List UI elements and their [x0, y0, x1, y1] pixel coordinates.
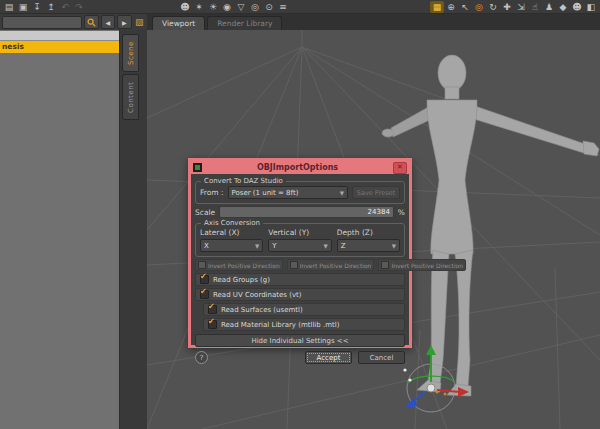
- from-label: From :: [200, 188, 224, 197]
- convert-group: Convert To DAZ Studio From : Poser (1 un…: [195, 181, 405, 204]
- checkbox-checked-icon[interactable]: ✔: [208, 320, 217, 329]
- axis-group-label: Axis Conversion: [201, 219, 263, 227]
- obj-import-options-dialog: OBJImportOptions ✕ Convert To DAZ Studio…: [188, 158, 412, 348]
- depth-label: Depth (Z): [337, 228, 400, 237]
- dialog-icon: [193, 163, 202, 172]
- export-file-icon[interactable]: ↥: [44, 1, 58, 13]
- figure-neck: [445, 87, 459, 99]
- viewport-tabbar: Viewport Render Library: [147, 14, 600, 30]
- daz-studio-window: ▤ ▣ ↧ ↥ ↶ ↷ ☻ ✶ ☀ ◉ ▽ ◎ ⊙ ≡ ▦ ⊕ ↖ ◎ ↻ ✚ …: [0, 0, 600, 429]
- vertical-value: Y: [272, 242, 276, 250]
- invert-lateral-checkbox: Invert Positive Direction: [195, 259, 283, 271]
- camera-icon[interactable]: ◎: [248, 1, 262, 13]
- rotate-tool-icon[interactable]: ↻: [486, 1, 500, 13]
- dialog-titlebar[interactable]: OBJImportOptions ✕: [191, 161, 409, 174]
- invert-depth-checkbox: Invert Positive Direction: [378, 259, 466, 271]
- spotlight-icon[interactable]: ▽: [234, 1, 248, 13]
- checkbox-icon: [290, 261, 298, 269]
- gizmo-center[interactable]: [427, 384, 435, 392]
- active-viewport-tool-icon[interactable]: ▦: [430, 1, 444, 13]
- checkbox-checked-icon[interactable]: ✔: [200, 275, 209, 284]
- help-button[interactable]: ?: [195, 351, 208, 364]
- sidebar-tab-rail: Scene Content: [119, 30, 148, 429]
- scale-unit: %: [398, 208, 405, 217]
- read-uv-label: Read UV Coordinates (vt): [213, 291, 302, 299]
- animate-icon[interactable]: ✶: [192, 1, 206, 13]
- axis-conversion-group: Axis Conversion Lateral (X) Vertical (Y)…: [195, 223, 405, 257]
- lateral-label: Lateral (X): [200, 228, 263, 237]
- sidebar-tab-content[interactable]: Content: [122, 74, 139, 120]
- checkbox-checked-icon[interactable]: ✔: [200, 290, 209, 299]
- depth-dropdown[interactable]: Z ▼: [337, 239, 400, 252]
- close-icon[interactable]: ✕: [393, 162, 407, 174]
- chevron-down-icon: ▼: [255, 243, 259, 249]
- distant-light-icon[interactable]: ☀: [206, 1, 220, 13]
- read-uv-checkbox[interactable]: ✔ Read UV Coordinates (vt): [195, 288, 405, 301]
- point-light-icon[interactable]: ◉: [220, 1, 234, 13]
- scene-item-selected[interactable]: nesis: [0, 41, 119, 53]
- nav-back-button[interactable]: ◀: [101, 15, 115, 29]
- invert-vertical-checkbox: Invert Positive Direction: [287, 259, 375, 271]
- dialog-title: OBJImportOptions: [204, 163, 391, 172]
- scale-row: Scale 24384 %: [195, 206, 405, 218]
- figure-left-hand: [382, 129, 394, 137]
- vertical-label: Vertical (Y): [268, 228, 331, 237]
- save-file-icon[interactable]: ▣: [16, 1, 30, 13]
- scale-label: Scale: [195, 208, 215, 217]
- invert-label: Invert Positive Direction: [208, 262, 280, 269]
- render-icon[interactable]: ⊙: [262, 1, 276, 13]
- depth-value: Z: [341, 242, 346, 250]
- panel-corner-icon[interactable]: ▨: [134, 16, 145, 28]
- search-input[interactable]: [2, 16, 82, 29]
- read-material-library-label: Read Material Library (mtllib .mtl): [221, 321, 339, 329]
- search-icon: [87, 18, 96, 27]
- tab-render-library[interactable]: Render Library: [207, 16, 282, 30]
- invert-label: Invert Positive Direction: [391, 262, 463, 269]
- figure-tool-icon[interactable]: ♟: [542, 1, 556, 13]
- scene-list-icon[interactable]: ≡: [276, 1, 290, 13]
- translate-tool-icon[interactable]: ✚: [500, 1, 514, 13]
- invert-direction-row: Invert Positive Direction Invert Positiv…: [195, 259, 405, 271]
- scene-tree: nesis: [0, 30, 119, 429]
- chevron-down-icon: ▼: [392, 243, 396, 249]
- create-figure-icon[interactable]: ☻: [178, 1, 192, 13]
- figure-torso: [427, 100, 477, 254]
- read-surfaces-checkbox[interactable]: ✔ Read Surfaces (usemtl): [203, 303, 405, 316]
- primitive-icon[interactable]: ◆: [556, 1, 570, 13]
- cancel-button[interactable]: Cancel: [358, 351, 405, 364]
- search-icon[interactable]: [84, 15, 98, 29]
- chevron-down-icon: ▼: [323, 243, 327, 249]
- open-file-icon[interactable]: ▤: [2, 1, 16, 13]
- sidebar-search-bar: ◀ ▶ ▨: [0, 14, 147, 30]
- orbit-tool-icon[interactable]: ⊕: [444, 1, 458, 13]
- read-groups-label: Read Groups (g): [213, 276, 270, 284]
- from-preset-value: Poser (1 unit = 8ft): [232, 189, 299, 197]
- main-toolbar: ▤ ▣ ↧ ↥ ↶ ↷ ☻ ✶ ☀ ◉ ▽ ◎ ⊙ ≡ ▦ ⊕ ↖ ◎ ↻ ✚ …: [0, 0, 600, 14]
- scale-tool-icon[interactable]: ⇲: [514, 1, 528, 13]
- nav-forward-button[interactable]: ▶: [117, 15, 131, 29]
- figure-head: [438, 55, 466, 91]
- checkbox-checked-icon[interactable]: ✔: [208, 305, 217, 314]
- scale-value: 24384: [368, 208, 390, 216]
- accept-button[interactable]: Accept: [305, 351, 352, 364]
- chevron-down-icon: ▼: [340, 190, 344, 196]
- read-groups-checkbox[interactable]: ✔ Read Groups (g): [195, 273, 405, 286]
- checkbox-icon: [381, 261, 389, 269]
- read-material-library-checkbox[interactable]: ✔ Read Material Library (mtllib .mtl): [203, 318, 405, 331]
- sidebar-tab-scene[interactable]: Scene: [122, 34, 139, 72]
- vertical-dropdown[interactable]: Y ▼: [268, 239, 331, 252]
- scale-field[interactable]: 24384: [219, 206, 394, 218]
- lateral-dropdown[interactable]: X ▼: [200, 239, 263, 252]
- dialog-footer: ? Accept Cancel: [195, 351, 405, 364]
- person-icon[interactable]: ☻: [570, 1, 584, 13]
- clipped-icon[interactable]: ◧: [584, 1, 598, 13]
- redo-icon: ↷: [72, 1, 86, 13]
- import-file-icon[interactable]: ↧: [30, 1, 44, 13]
- from-preset-dropdown[interactable]: Poser (1 unit = 8ft) ▼: [228, 186, 349, 199]
- pointer-tool-icon[interactable]: ↖: [458, 1, 472, 13]
- tab-viewport[interactable]: Viewport: [152, 16, 205, 30]
- pose-tool-icon[interactable]: ☝: [528, 1, 542, 13]
- hide-individual-settings-button[interactable]: Hide Individual Settings <<: [195, 334, 405, 347]
- surface-tool-icon[interactable]: ◎: [472, 1, 486, 13]
- left-sidebar: nesis Scene Content: [0, 30, 147, 429]
